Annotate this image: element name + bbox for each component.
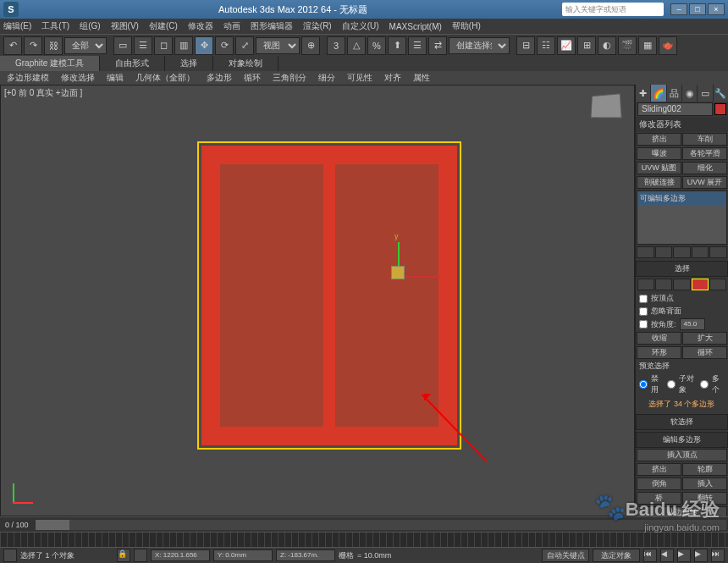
rad-preview-multi[interactable]: [700, 380, 709, 389]
rsub-props[interactable]: 属性: [408, 71, 435, 85]
subsel-element-icon[interactable]: [709, 279, 726, 290]
tab-utilities-icon[interactable]: 🔧: [714, 85, 728, 102]
snap-button[interactable]: 3: [327, 36, 345, 55]
named-sel-button[interactable]: ☰: [408, 36, 427, 55]
btn-edgerotate[interactable]: 从边旋转: [637, 506, 727, 516]
stack-show-icon[interactable]: [655, 246, 673, 258]
tab-create-icon[interactable]: ✚: [636, 85, 650, 102]
render-setup-button[interactable]: 🎬: [618, 36, 637, 55]
btn-loop[interactable]: 循环: [682, 346, 727, 359]
angle-field[interactable]: 45.0: [680, 318, 705, 330]
rollout-editpoly[interactable]: 编辑多边形: [636, 432, 728, 448]
btn-bridge[interactable]: 桥: [637, 492, 681, 505]
menu-edit[interactable]: 编辑(E): [3, 20, 31, 32]
viewport[interactable]: [+0 前 0 真实 +边面 ] y: [0, 85, 635, 516]
menu-views[interactable]: 视图(V): [111, 20, 139, 32]
named-selection-sets[interactable]: 创建选择集: [449, 37, 510, 54]
ribbon-tab-freeform[interactable]: 自由形式: [100, 56, 165, 71]
minimize-button[interactable]: –: [670, 3, 687, 15]
layers-button[interactable]: ☷: [537, 36, 555, 55]
play-next-icon[interactable]: ▶: [694, 549, 708, 562]
rsub-polymodel[interactable]: 多边形建模: [2, 71, 54, 85]
coord-x[interactable]: X: 1220.1.656: [151, 549, 210, 561]
ribbon-tab-paint[interactable]: 对象绘制: [213, 56, 279, 71]
select-rect-button[interactable]: ◻: [154, 36, 173, 55]
redo-button[interactable]: ↷: [24, 36, 42, 55]
btn-smooth[interactable]: 各轮平滑: [682, 147, 727, 160]
angle-snap-button[interactable]: △: [347, 36, 366, 55]
btn-wave[interactable]: 曝波: [637, 147, 681, 160]
help-search-input[interactable]: 输入关键字或短语: [562, 3, 664, 16]
rsub-modsel[interactable]: 修改选择: [56, 71, 100, 85]
mirror-button[interactable]: ⇄: [428, 36, 447, 55]
btn-selsets[interactable]: 选定对象: [593, 549, 640, 562]
rad-preview-off[interactable]: [639, 380, 648, 389]
close-button[interactable]: ×: [708, 3, 725, 15]
pivot-button[interactable]: ⊕: [301, 36, 320, 55]
scale-button[interactable]: ⤢: [235, 36, 254, 55]
btn-inset[interactable]: 插入: [682, 477, 727, 490]
tab-hierarchy-icon[interactable]: 品: [667, 85, 681, 102]
maxscript-mini-icon[interactable]: [3, 549, 17, 562]
btn-ring[interactable]: 环形: [637, 346, 681, 359]
btn-unwrap[interactable]: UVW 展开: [682, 176, 727, 189]
rsub-geom[interactable]: 几何体（全部）: [130, 71, 200, 85]
isolate-icon[interactable]: [134, 549, 147, 562]
menu-maxscript[interactable]: MAXScript(M): [389, 22, 442, 31]
coord-z[interactable]: Z: -183.67m.: [276, 549, 335, 561]
modifier-stack-item[interactable]: 可编辑多边形: [638, 192, 725, 205]
material-editor-button[interactable]: ◐: [598, 36, 616, 55]
subsel-vertex-icon[interactable]: [637, 279, 654, 290]
menu-tools[interactable]: 工具(T): [41, 20, 69, 32]
rollout-softsel[interactable]: 软选择: [636, 414, 728, 430]
move-button[interactable]: ✥: [195, 36, 213, 55]
rollout-selection[interactable]: 选择: [636, 261, 728, 277]
render-frame-button[interactable]: ▦: [638, 36, 657, 55]
lock-selection-icon[interactable]: 🔒: [117, 549, 130, 562]
btn-tessellate[interactable]: 细化: [682, 162, 727, 174]
spinner-snap-button[interactable]: ⬆: [388, 36, 406, 55]
percent-snap-button[interactable]: %: [367, 36, 386, 55]
coord-y[interactable]: Y: 0.0mm: [213, 549, 273, 561]
object-color-swatch[interactable]: [714, 103, 726, 115]
rad-preview-sub[interactable]: [667, 380, 676, 389]
rsub-edit[interactable]: 编辑: [102, 71, 129, 85]
tab-motion-icon[interactable]: ◉: [682, 85, 697, 102]
viewport-label[interactable]: [+0 前 0 真实 +边面 ]: [4, 87, 82, 99]
play-end-icon[interactable]: ⏭: [711, 549, 725, 562]
chk-byvertex[interactable]: [639, 295, 648, 303]
view-cube[interactable]: [591, 93, 622, 118]
menu-create[interactable]: 创建(C): [149, 20, 178, 32]
rsub-poly[interactable]: 多边形: [201, 71, 237, 85]
gizmo-xy-plane[interactable]: [391, 266, 405, 279]
btn-outline[interactable]: 轮廓: [682, 463, 727, 476]
rsub-tri[interactable]: 三角剖分: [267, 71, 312, 85]
btn-shrink[interactable]: 收缩: [637, 332, 681, 345]
render-button[interactable]: 🫖: [659, 36, 677, 55]
subsel-polygon-icon[interactable]: [692, 279, 709, 290]
time-slider[interactable]: 0 / 100: [0, 516, 728, 532]
track-bar[interactable]: [0, 532, 728, 547]
stack-remove-icon[interactable]: [692, 246, 709, 258]
ribbon-tab-graphite[interactable]: Graphite 建模工具: [0, 56, 100, 71]
btn-uvwmap[interactable]: UVW 贴图: [637, 162, 681, 174]
select-button[interactable]: ▭: [113, 36, 132, 55]
play-icon[interactable]: ▶: [677, 549, 691, 562]
btn-autokey[interactable]: 自动关键点: [542, 549, 589, 562]
chk-ignoreback[interactable]: [639, 307, 648, 316]
time-slider-track[interactable]: [36, 520, 726, 530]
subsel-edge-icon[interactable]: [655, 279, 672, 290]
stack-config-icon[interactable]: [709, 246, 727, 258]
refcoord-dropdown[interactable]: 视图: [256, 37, 300, 54]
ribbon-tab-selection[interactable]: 选择: [165, 56, 213, 71]
menu-customize[interactable]: 自定义(U): [342, 20, 379, 32]
play-start-icon[interactable]: ⏮: [643, 549, 657, 562]
btn-bevel[interactable]: 倒角: [637, 477, 681, 490]
menu-help[interactable]: 帮助(H): [452, 20, 481, 32]
object-name-field[interactable]: Sliding002: [637, 102, 713, 116]
rotate-button[interactable]: ⟳: [215, 36, 234, 55]
stack-pin-icon[interactable]: [637, 246, 654, 258]
curve-editor-button[interactable]: 📈: [557, 36, 576, 55]
modifier-list-label[interactable]: 修改器列表: [636, 117, 728, 132]
rsub-loop[interactable]: 循环: [239, 71, 266, 85]
